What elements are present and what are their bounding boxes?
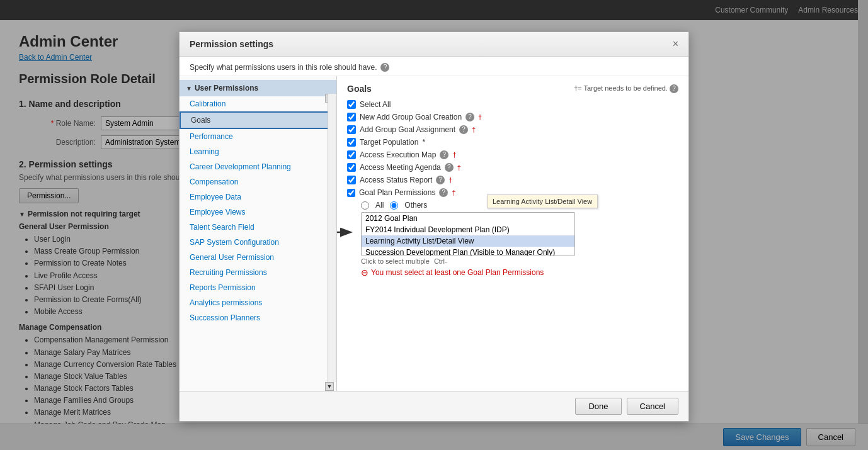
goals-info-icon[interactable]: ? — [670, 84, 678, 93]
nav-item-compensation[interactable]: Compensation — [180, 174, 336, 189]
access-meeting-agenda-item: Access Meeting Agenda ? † — [347, 163, 678, 172]
add-group-goal-assignment-item: Add Group Goal Assignment ? † — [347, 125, 678, 134]
target-note-text: †= Target needs to be defined. — [574, 84, 668, 92]
nav-item-career-dev[interactable]: Career Development Planning — [180, 159, 336, 174]
modal-info-icon[interactable]: ? — [380, 63, 389, 72]
add-group-goal-assignment-label: Add Group Goal Assignment — [360, 125, 455, 134]
goal-plan-info-icon[interactable]: ? — [439, 188, 448, 197]
error-icon: ⊖ — [361, 267, 368, 278]
access-status-report-label: Access Status Report — [360, 176, 432, 184]
nav-scroll-down[interactable]: ▼ — [325, 382, 334, 391]
access-execution-map-label: Access Execution Map — [360, 150, 436, 159]
select-all-item: Select All — [347, 100, 678, 109]
modal-nav: User Permissions Calibration Goals Perfo… — [180, 76, 337, 391]
background-page: Customer Community Admin Resources Admin… — [0, 0, 868, 450]
access-execution-map-item: Access Execution Map ? † — [347, 150, 678, 159]
new-add-group-target-icon[interactable]: † — [478, 113, 482, 121]
goal-plan-perm-checkbox[interactable] — [347, 189, 355, 197]
nav-item-employee-data[interactable]: Employee Data — [180, 189, 336, 205]
nav-item-sap-config[interactable]: SAP System Configuration — [180, 235, 336, 250]
nav-item-calibration[interactable]: Calibration — [180, 96, 336, 111]
goal-plan-section: Goal Plan Permissions ? † All Others — [347, 188, 678, 278]
target-population-label: Target Population — [360, 138, 418, 147]
add-group-goal-assignment-checkbox[interactable] — [347, 125, 356, 134]
access-status-info-icon[interactable]: ? — [436, 176, 445, 184]
error-message: ⊖ You must select at least one Goal Plan… — [361, 267, 678, 278]
access-status-report-checkbox[interactable] — [347, 176, 356, 184]
click-hint: Click to select multiple Ctrl- — [361, 257, 678, 265]
modal-desc-text: Specify what permissions users in this r… — [190, 63, 377, 72]
access-execution-map-checkbox[interactable] — [347, 150, 356, 159]
new-add-group-goal-item: New Add Group Goal Creation ? † — [347, 113, 678, 121]
error-text: You must select at least one Goal Plan P… — [371, 268, 544, 277]
goals-title: Goals — [347, 84, 372, 94]
modal-footer: Done Cancel — [180, 391, 688, 421]
user-permissions-header[interactable]: User Permissions — [180, 80, 336, 96]
nav-item-performance[interactable]: Performance — [180, 129, 336, 144]
modal-description: Specify what permissions users in this r… — [180, 57, 688, 76]
add-group-assignment-target-icon[interactable]: † — [472, 126, 476, 133]
nav-item-goals[interactable]: Goals — [180, 111, 336, 129]
ctrl-hint-text: Ctrl- — [434, 257, 447, 265]
select-all-checkbox[interactable] — [347, 100, 356, 109]
modal-header: Permission settings × — [180, 32, 688, 57]
listbox-tooltip: Learning Activity List/Detail View — [487, 194, 598, 208]
access-status-report-item: Access Status Report ? † — [347, 176, 678, 184]
new-add-group-goal-checkbox[interactable] — [347, 113, 356, 121]
nav-item-talent-search[interactable]: Talent Search Field — [180, 220, 336, 235]
modal-main: User Permissions Calibration Goals Perfo… — [180, 76, 688, 391]
modal-content-area: Goals †= Target needs to be defined. ? S… — [337, 76, 688, 391]
nav-item-learning[interactable]: Learning — [180, 144, 336, 159]
nav-item-gen-user-perm[interactable]: General User Permission — [180, 250, 336, 265]
nav-item-employee-views[interactable]: Employee Views — [180, 205, 336, 220]
modal-close-button[interactable]: × — [673, 38, 678, 50]
done-button[interactable]: Done — [575, 398, 621, 415]
target-population-checkbox[interactable] — [347, 138, 356, 147]
goals-header: Goals †= Target needs to be defined. ? — [347, 84, 678, 94]
goals-note: †= Target needs to be defined. ? — [574, 84, 678, 93]
click-hint-text: Click to select multiple — [361, 257, 430, 265]
radio-all-label: All — [375, 201, 384, 210]
target-population-item: Target Population * — [347, 138, 678, 147]
access-meeting-target-icon[interactable]: † — [457, 164, 461, 171]
new-add-group-goal-label: New Add Group Goal Creation — [360, 113, 462, 121]
goal-plan-perm-label: Goal Plan Permissions — [359, 188, 435, 197]
access-execution-info-icon[interactable]: ? — [440, 150, 448, 159]
nav-item-analytics[interactable]: Analytics permissions — [180, 295, 336, 310]
arrow-indicator — [337, 225, 355, 240]
modal-cancel-button[interactable]: Cancel — [627, 398, 678, 415]
modal-overlay: Permission settings × Specify what permi… — [0, 0, 868, 450]
access-meeting-info-icon[interactable]: ? — [445, 163, 454, 172]
modal-title: Permission settings — [190, 39, 273, 49]
permission-settings-modal: Permission settings × Specify what permi… — [179, 31, 689, 422]
goal-plan-listbox[interactable]: 2012 Goal PlanFY2014 Individual Developm… — [361, 212, 575, 256]
access-meeting-agenda-checkbox[interactable] — [347, 163, 356, 172]
access-meeting-agenda-label: Access Meeting Agenda — [360, 163, 441, 172]
nav-item-reports[interactable]: Reports Permission — [180, 280, 336, 295]
nav-scrollbar[interactable] — [328, 94, 336, 382]
listbox-container: Learning Activity List/Detail View 2012 … — [361, 212, 678, 256]
radio-all[interactable] — [361, 201, 369, 210]
target-population-asterisk: * — [422, 138, 425, 147]
new-add-group-info-icon[interactable]: ? — [465, 113, 474, 121]
radio-others[interactable] — [390, 201, 398, 210]
add-group-assignment-info-icon[interactable]: ? — [459, 125, 468, 134]
nav-item-recruiting[interactable]: Recruiting Permissions — [180, 265, 336, 280]
goal-plan-target-icon[interactable]: † — [452, 189, 455, 196]
nav-item-succession[interactable]: Succession Planners — [180, 310, 336, 325]
arrow-svg — [337, 225, 355, 240]
access-status-target-icon[interactable]: † — [448, 176, 452, 184]
radio-others-label: Others — [404, 201, 427, 210]
access-execution-target-icon[interactable]: † — [452, 151, 456, 159]
select-all-label: Select All — [360, 100, 391, 109]
